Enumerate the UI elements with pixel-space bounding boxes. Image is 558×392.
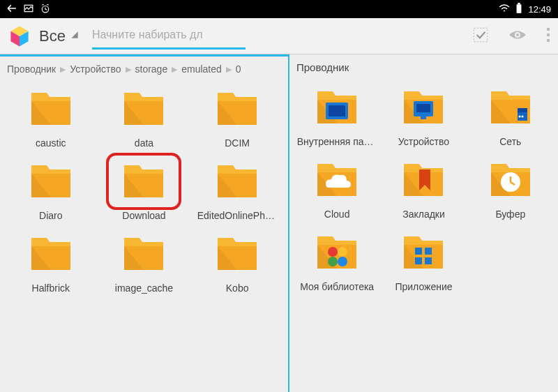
breadcrumb-item[interactable]: emulated: [181, 63, 222, 75]
folder-item[interactable]: DCIM: [195, 89, 279, 149]
shortcut-item[interactable]: Cloud: [295, 160, 379, 220]
folder-icon: [487, 160, 534, 202]
picture-icon: [24, 3, 33, 15]
selection-highlight: [106, 153, 181, 210]
folder-label: data: [135, 137, 153, 149]
svg-rect-26: [425, 257, 432, 264]
svg-rect-4: [474, 28, 488, 42]
folder-label: Kobo: [226, 282, 249, 294]
svg-rect-3: [518, 3, 520, 4]
chevron-right-icon: ▶: [226, 65, 232, 74]
folder-icon: [27, 234, 75, 276]
shortcut-label: Устройство: [398, 136, 449, 147]
shortcut-item[interactable]: Закладки: [382, 160, 465, 220]
folder-icon: [400, 87, 447, 129]
wifi-icon: [499, 3, 510, 15]
svg-rect-24: [425, 248, 432, 255]
chevron-right-icon: ▶: [172, 65, 177, 74]
shortcut-label: Внутренняя память: [297, 136, 377, 147]
folder-label: caustic: [36, 137, 66, 149]
breadcrumb-item[interactable]: Проводник: [7, 63, 56, 75]
folder-label: EditedOnlinePhotos: [197, 210, 278, 221]
svg-point-20: [338, 247, 347, 257]
breadcrumb-item[interactable]: 0: [236, 63, 241, 75]
shortcut-grid: Внутренняя память Устройство Сеть Cloud …: [289, 79, 558, 392]
shortcut-label: Закладки: [402, 209, 445, 220]
shortcut-label: Моя библиотека: [300, 281, 374, 292]
folder-label: Diaro: [39, 210, 62, 221]
folder-grid: caustic data DCIM Diaro Download EditedO…: [0, 80, 288, 392]
shortcut-label: Сеть: [499, 136, 521, 147]
left-pane: Проводник▶ Устройство▶ storage▶ emulated…: [0, 54, 289, 392]
folder-icon: [213, 161, 261, 203]
battery-icon: [515, 3, 522, 16]
folder-icon: [400, 160, 447, 202]
svg-point-6: [516, 33, 519, 36]
shortcut-item[interactable]: Приложение: [382, 232, 465, 292]
svg-point-17: [518, 116, 520, 118]
svg-point-21: [328, 257, 338, 266]
folder-item[interactable]: Download: [102, 161, 186, 221]
svg-rect-14: [421, 116, 426, 119]
app-logo-icon: [7, 24, 32, 49]
folder-item[interactable]: Diaro: [9, 161, 93, 221]
pane-title: Проводник: [289, 54, 558, 79]
svg-rect-23: [415, 248, 422, 255]
chevron-right-icon: ▶: [60, 65, 66, 74]
folder-item[interactable]: caustic: [9, 89, 93, 149]
svg-rect-13: [416, 104, 430, 112]
folder-icon: [400, 232, 447, 274]
overflow-menu-icon[interactable]: [545, 27, 551, 46]
breadcrumb-item[interactable]: storage: [135, 63, 168, 75]
svg-point-22: [338, 257, 347, 266]
folder-icon: [213, 234, 261, 276]
shortcut-item[interactable]: Моя библиотека: [295, 232, 379, 292]
eye-icon[interactable]: [508, 28, 527, 45]
back-icon: [7, 3, 17, 15]
svg-rect-25: [415, 257, 422, 264]
shortcut-label: Приложение: [395, 281, 452, 292]
shortcut-item[interactable]: Сеть: [469, 87, 552, 147]
breadcrumb-item[interactable]: Устройство: [70, 63, 121, 75]
shortcut-item[interactable]: Внутренняя память: [295, 87, 379, 147]
folder-icon: [313, 160, 361, 202]
svg-rect-11: [329, 105, 345, 116]
shortcut-item[interactable]: Устройство: [382, 87, 465, 147]
folder-icon: [213, 89, 261, 130]
select-icon[interactable]: [472, 26, 490, 47]
folder-icon: [27, 161, 75, 203]
folder-icon: [120, 89, 167, 130]
folder-icon: [120, 234, 167, 276]
breadcrumb: Проводник▶ Устройство▶ storage▶ emulated…: [0, 56, 288, 80]
filter-spinner-label[interactable]: Все: [39, 27, 66, 45]
folder-label: image_cache: [115, 282, 173, 294]
folder-label: Download: [122, 210, 165, 221]
shortcut-label: Cloud: [324, 209, 350, 220]
spinner-dropdown-icon[interactable]: [70, 30, 80, 43]
right-pane: Проводник Внутренняя память Устройство С…: [289, 54, 558, 392]
search-box[interactable]: [92, 23, 246, 50]
shortcut-label: Буфер: [495, 209, 525, 220]
folder-item[interactable]: Kobo: [195, 234, 279, 294]
folder-item[interactable]: EditedOnlinePhotos: [195, 161, 279, 221]
folder-icon: [27, 89, 75, 130]
folder-icon: [313, 87, 361, 129]
chevron-right-icon: ▶: [126, 65, 131, 74]
folder-label: DCIM: [225, 137, 250, 149]
folder-label: Halfbrick: [32, 282, 70, 294]
status-time: 12:49: [528, 4, 551, 15]
shortcut-item[interactable]: Буфер: [469, 160, 552, 220]
folder-icon: [487, 87, 534, 129]
folder-item[interactable]: Halfbrick: [9, 234, 93, 294]
status-bar: 12:49: [0, 0, 558, 18]
folder-item[interactable]: data: [102, 89, 186, 149]
svg-rect-9: [547, 39, 550, 42]
search-input[interactable]: [92, 29, 246, 41]
svg-rect-7: [547, 28, 550, 31]
alarm-icon: [40, 3, 50, 15]
folder-item[interactable]: image_cache: [102, 234, 186, 294]
right-pane-title: Проводник: [296, 61, 349, 73]
app-header: Все: [0, 18, 558, 54]
svg-rect-2: [517, 4, 522, 13]
folder-icon: [313, 232, 361, 274]
